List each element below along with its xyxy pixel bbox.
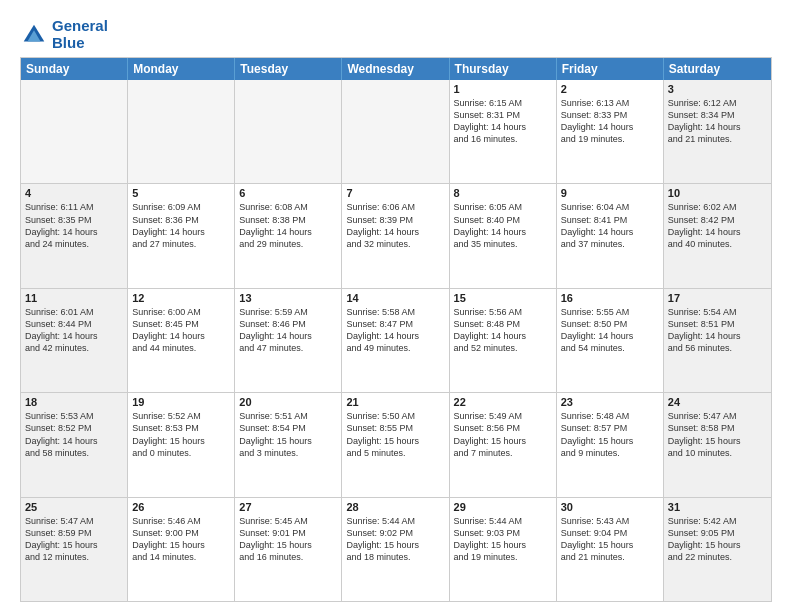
- day-info: Sunrise: 6:04 AMSunset: 8:41 PMDaylight:…: [561, 201, 659, 250]
- day-info: Sunrise: 5:47 AMSunset: 8:58 PMDaylight:…: [668, 410, 767, 459]
- calendar-week-1: 1Sunrise: 6:15 AMSunset: 8:31 PMDaylight…: [21, 80, 771, 184]
- day-number: 22: [454, 396, 552, 408]
- calendar-cell-empty: [235, 80, 342, 183]
- logo: General Blue: [20, 18, 108, 51]
- calendar-cell-day-27: 27Sunrise: 5:45 AMSunset: 9:01 PMDayligh…: [235, 498, 342, 601]
- day-info: Sunrise: 5:50 AMSunset: 8:55 PMDaylight:…: [346, 410, 444, 459]
- calendar-cell-day-14: 14Sunrise: 5:58 AMSunset: 8:47 PMDayligh…: [342, 289, 449, 392]
- calendar-cell-day-2: 2Sunrise: 6:13 AMSunset: 8:33 PMDaylight…: [557, 80, 664, 183]
- day-info: Sunrise: 5:51 AMSunset: 8:54 PMDaylight:…: [239, 410, 337, 459]
- day-info: Sunrise: 6:09 AMSunset: 8:36 PMDaylight:…: [132, 201, 230, 250]
- day-number: 24: [668, 396, 767, 408]
- calendar-cell-empty: [21, 80, 128, 183]
- day-info: Sunrise: 5:55 AMSunset: 8:50 PMDaylight:…: [561, 306, 659, 355]
- calendar-cell-day-31: 31Sunrise: 5:42 AMSunset: 9:05 PMDayligh…: [664, 498, 771, 601]
- day-number: 31: [668, 501, 767, 513]
- calendar: SundayMondayTuesdayWednesdayThursdayFrid…: [20, 57, 772, 602]
- calendar-cell-empty: [342, 80, 449, 183]
- day-number: 17: [668, 292, 767, 304]
- day-number: 28: [346, 501, 444, 513]
- day-info: Sunrise: 6:01 AMSunset: 8:44 PMDaylight:…: [25, 306, 123, 355]
- calendar-header-sunday: Sunday: [21, 58, 128, 80]
- day-number: 1: [454, 83, 552, 95]
- calendar-header-tuesday: Tuesday: [235, 58, 342, 80]
- calendar-cell-day-29: 29Sunrise: 5:44 AMSunset: 9:03 PMDayligh…: [450, 498, 557, 601]
- day-number: 19: [132, 396, 230, 408]
- calendar-cell-day-15: 15Sunrise: 5:56 AMSunset: 8:48 PMDayligh…: [450, 289, 557, 392]
- day-number: 8: [454, 187, 552, 199]
- day-info: Sunrise: 5:44 AMSunset: 9:02 PMDaylight:…: [346, 515, 444, 564]
- calendar-cell-day-9: 9Sunrise: 6:04 AMSunset: 8:41 PMDaylight…: [557, 184, 664, 287]
- calendar-header-thursday: Thursday: [450, 58, 557, 80]
- calendar-cell-day-16: 16Sunrise: 5:55 AMSunset: 8:50 PMDayligh…: [557, 289, 664, 392]
- day-info: Sunrise: 5:56 AMSunset: 8:48 PMDaylight:…: [454, 306, 552, 355]
- calendar-week-4: 18Sunrise: 5:53 AMSunset: 8:52 PMDayligh…: [21, 393, 771, 497]
- calendar-cell-day-1: 1Sunrise: 6:15 AMSunset: 8:31 PMDaylight…: [450, 80, 557, 183]
- day-number: 26: [132, 501, 230, 513]
- day-number: 2: [561, 83, 659, 95]
- day-number: 21: [346, 396, 444, 408]
- logo-text: General Blue: [52, 18, 108, 51]
- calendar-cell-day-13: 13Sunrise: 5:59 AMSunset: 8:46 PMDayligh…: [235, 289, 342, 392]
- day-info: Sunrise: 6:08 AMSunset: 8:38 PMDaylight:…: [239, 201, 337, 250]
- day-number: 30: [561, 501, 659, 513]
- calendar-cell-day-26: 26Sunrise: 5:46 AMSunset: 9:00 PMDayligh…: [128, 498, 235, 601]
- day-info: Sunrise: 5:59 AMSunset: 8:46 PMDaylight:…: [239, 306, 337, 355]
- day-info: Sunrise: 5:54 AMSunset: 8:51 PMDaylight:…: [668, 306, 767, 355]
- day-info: Sunrise: 5:58 AMSunset: 8:47 PMDaylight:…: [346, 306, 444, 355]
- calendar-header-wednesday: Wednesday: [342, 58, 449, 80]
- day-info: Sunrise: 5:44 AMSunset: 9:03 PMDaylight:…: [454, 515, 552, 564]
- day-info: Sunrise: 6:15 AMSunset: 8:31 PMDaylight:…: [454, 97, 552, 146]
- calendar-cell-day-30: 30Sunrise: 5:43 AMSunset: 9:04 PMDayligh…: [557, 498, 664, 601]
- day-info: Sunrise: 5:48 AMSunset: 8:57 PMDaylight:…: [561, 410, 659, 459]
- day-info: Sunrise: 6:06 AMSunset: 8:39 PMDaylight:…: [346, 201, 444, 250]
- calendar-week-2: 4Sunrise: 6:11 AMSunset: 8:35 PMDaylight…: [21, 184, 771, 288]
- logo-icon: [20, 21, 48, 49]
- calendar-cell-day-19: 19Sunrise: 5:52 AMSunset: 8:53 PMDayligh…: [128, 393, 235, 496]
- day-number: 14: [346, 292, 444, 304]
- day-number: 23: [561, 396, 659, 408]
- day-info: Sunrise: 6:12 AMSunset: 8:34 PMDaylight:…: [668, 97, 767, 146]
- day-number: 16: [561, 292, 659, 304]
- calendar-week-3: 11Sunrise: 6:01 AMSunset: 8:44 PMDayligh…: [21, 289, 771, 393]
- calendar-cell-day-28: 28Sunrise: 5:44 AMSunset: 9:02 PMDayligh…: [342, 498, 449, 601]
- calendar-cell-empty: [128, 80, 235, 183]
- day-number: 29: [454, 501, 552, 513]
- calendar-header-saturday: Saturday: [664, 58, 771, 80]
- calendar-cell-day-22: 22Sunrise: 5:49 AMSunset: 8:56 PMDayligh…: [450, 393, 557, 496]
- day-info: Sunrise: 6:05 AMSunset: 8:40 PMDaylight:…: [454, 201, 552, 250]
- calendar-header-row: SundayMondayTuesdayWednesdayThursdayFrid…: [21, 58, 771, 80]
- calendar-week-5: 25Sunrise: 5:47 AMSunset: 8:59 PMDayligh…: [21, 498, 771, 601]
- day-info: Sunrise: 5:53 AMSunset: 8:52 PMDaylight:…: [25, 410, 123, 459]
- day-info: Sunrise: 6:11 AMSunset: 8:35 PMDaylight:…: [25, 201, 123, 250]
- calendar-cell-day-6: 6Sunrise: 6:08 AMSunset: 8:38 PMDaylight…: [235, 184, 342, 287]
- day-number: 27: [239, 501, 337, 513]
- day-info: Sunrise: 6:02 AMSunset: 8:42 PMDaylight:…: [668, 201, 767, 250]
- day-number: 6: [239, 187, 337, 199]
- day-number: 5: [132, 187, 230, 199]
- day-info: Sunrise: 5:52 AMSunset: 8:53 PMDaylight:…: [132, 410, 230, 459]
- day-number: 11: [25, 292, 123, 304]
- calendar-cell-day-17: 17Sunrise: 5:54 AMSunset: 8:51 PMDayligh…: [664, 289, 771, 392]
- calendar-header-friday: Friday: [557, 58, 664, 80]
- day-info: Sunrise: 5:49 AMSunset: 8:56 PMDaylight:…: [454, 410, 552, 459]
- day-number: 20: [239, 396, 337, 408]
- calendar-cell-day-12: 12Sunrise: 6:00 AMSunset: 8:45 PMDayligh…: [128, 289, 235, 392]
- day-number: 9: [561, 187, 659, 199]
- day-number: 3: [668, 83, 767, 95]
- calendar-cell-day-21: 21Sunrise: 5:50 AMSunset: 8:55 PMDayligh…: [342, 393, 449, 496]
- day-info: Sunrise: 6:13 AMSunset: 8:33 PMDaylight:…: [561, 97, 659, 146]
- day-number: 18: [25, 396, 123, 408]
- day-info: Sunrise: 5:43 AMSunset: 9:04 PMDaylight:…: [561, 515, 659, 564]
- calendar-cell-day-20: 20Sunrise: 5:51 AMSunset: 8:54 PMDayligh…: [235, 393, 342, 496]
- header: General Blue: [20, 18, 772, 51]
- day-number: 12: [132, 292, 230, 304]
- page: General Blue SundayMondayTuesdayWednesda…: [0, 0, 792, 612]
- calendar-cell-day-18: 18Sunrise: 5:53 AMSunset: 8:52 PMDayligh…: [21, 393, 128, 496]
- calendar-cell-day-4: 4Sunrise: 6:11 AMSunset: 8:35 PMDaylight…: [21, 184, 128, 287]
- day-number: 4: [25, 187, 123, 199]
- calendar-header-monday: Monday: [128, 58, 235, 80]
- calendar-cell-day-11: 11Sunrise: 6:01 AMSunset: 8:44 PMDayligh…: [21, 289, 128, 392]
- day-number: 13: [239, 292, 337, 304]
- day-info: Sunrise: 5:42 AMSunset: 9:05 PMDaylight:…: [668, 515, 767, 564]
